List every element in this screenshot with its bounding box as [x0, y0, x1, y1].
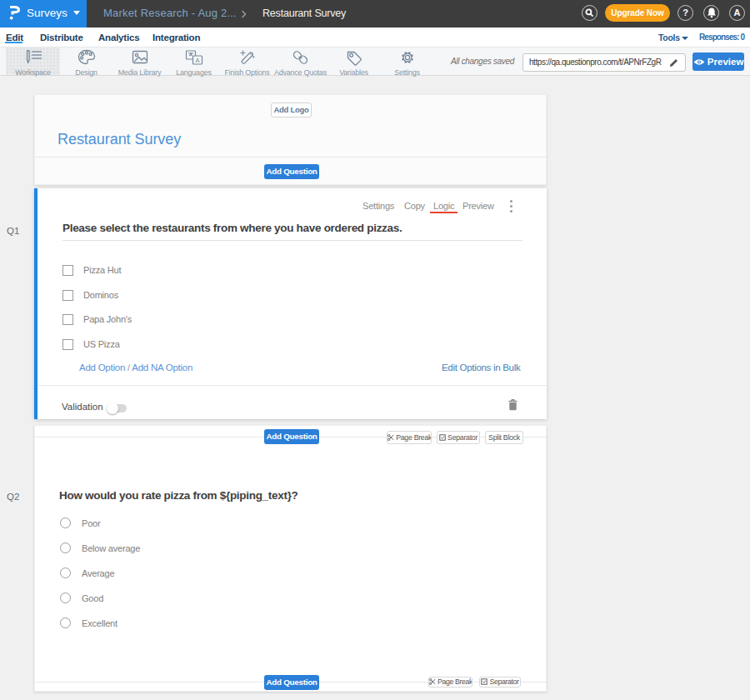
svg-text:A: A	[195, 57, 199, 64]
